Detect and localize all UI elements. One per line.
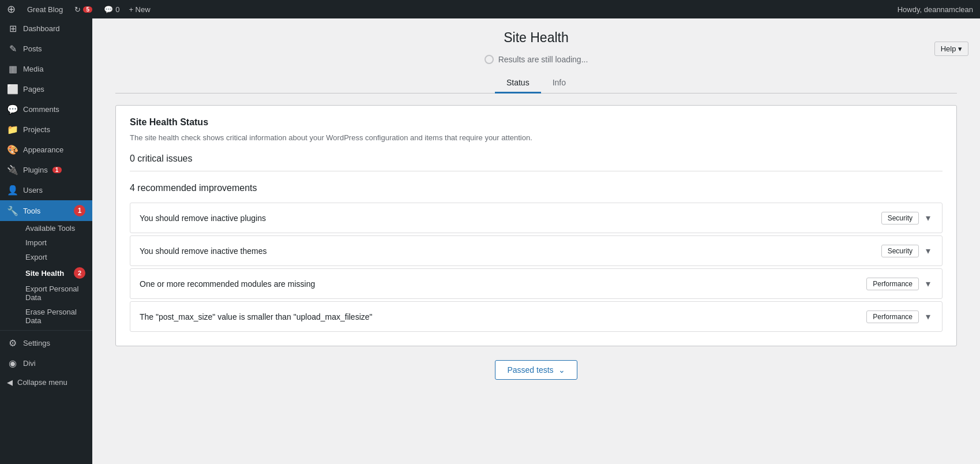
- admin-bar-updates[interactable]: ↻ 5: [72, 5, 95, 14]
- appearance-icon: 🎨: [7, 144, 18, 155]
- help-button[interactable]: Help ▾: [934, 42, 968, 56]
- improvement-right-2: Performance ▾: [866, 277, 933, 290]
- improvement-tag-1: Security: [881, 245, 919, 257]
- improvement-text-3: The "post_max_size" value is smaller tha…: [140, 312, 373, 321]
- sidebar-item-tools[interactable]: 🔧 Tools 1: [0, 200, 92, 221]
- health-card-title: Site Health Status: [130, 117, 943, 128]
- users-icon: 👤: [7, 185, 18, 196]
- improvement-tag-2: Performance: [866, 278, 919, 290]
- sidebar-item-pages[interactable]: ⬜ Pages: [0, 79, 92, 99]
- main-content: Site Health Results are still loading...…: [92, 18, 980, 391]
- loading-circle-icon: [485, 55, 494, 64]
- site-health-step-badge: 2: [74, 267, 85, 279]
- sidebar-item-plugins[interactable]: 🔌 Plugins 1: [0, 160, 92, 180]
- collapse-icon: ◀: [7, 378, 13, 387]
- admin-bar-comments[interactable]: 💬 0: [102, 5, 122, 14]
- updates-icon: ↻: [74, 5, 81, 14]
- sidebar-sub-available-tools[interactable]: Available Tools: [7, 221, 92, 235]
- tabs: Status Info: [115, 73, 957, 93]
- improvement-tag-0: Security: [881, 212, 919, 224]
- sidebar-sub-export[interactable]: Export: [7, 250, 92, 264]
- projects-icon: 📁: [7, 124, 18, 135]
- improvement-text-0: You should remove inactive plugins: [140, 214, 266, 223]
- tab-status[interactable]: Status: [495, 73, 541, 93]
- sidebar-sub-erase-personal[interactable]: Erase Personal Data: [7, 305, 92, 328]
- sidebar-item-settings[interactable]: ⚙ Settings: [0, 333, 92, 353]
- improvement-item-1: You should remove inactive themes Securi…: [130, 235, 943, 266]
- improvement-right-3: Performance ▾: [866, 310, 933, 323]
- improvement-chevron-2[interactable]: ▾: [923, 277, 933, 290]
- main-wrap: Help ▾ Site Health Results are still loa…: [92, 18, 980, 464]
- sidebar-item-divi[interactable]: ◉ Divi: [0, 353, 92, 373]
- loading-indicator: Results are still loading...: [115, 55, 957, 64]
- sidebar-item-appearance[interactable]: 🎨 Appearance: [0, 140, 92, 160]
- tools-submenu: Available Tools Import Export Site Healt…: [0, 221, 92, 328]
- media-icon: ▦: [7, 63, 18, 74]
- divi-icon: ◉: [7, 358, 18, 369]
- admin-bar-howdy[interactable]: Howdy, deannamclean: [895, 5, 975, 14]
- improvement-chevron-1[interactable]: ▾: [923, 244, 933, 257]
- improvements-heading: 4 recommended improvements: [130, 183, 943, 193]
- dashboard-icon: ⊞: [7, 23, 18, 34]
- tab-info[interactable]: Info: [541, 73, 577, 93]
- collapse-menu[interactable]: ◀ Collapse menu: [0, 373, 92, 391]
- improvement-item-0: You should remove inactive plugins Secur…: [130, 203, 943, 233]
- admin-bar-new[interactable]: + New: [129, 5, 150, 14]
- sidebar-item-users[interactable]: 👤 Users: [0, 180, 92, 200]
- plugins-icon: 🔌: [7, 164, 18, 175]
- sidebar: ⊞ Dashboard ✎ Posts ▦ Media ⬜ Pages 💬 Co…: [0, 18, 92, 464]
- posts-icon: ✎: [7, 43, 18, 54]
- sidebar-sub-import[interactable]: Import: [7, 235, 92, 250]
- sidebar-item-projects[interactable]: 📁 Projects: [0, 119, 92, 140]
- sidebar-sub-export-personal[interactable]: Export Personal Data: [7, 282, 92, 305]
- improvement-chevron-0[interactable]: ▾: [923, 211, 933, 224]
- improvement-text-1: You should remove inactive themes: [140, 246, 267, 256]
- tools-icon: 🔧: [7, 205, 18, 216]
- passed-tests-wrapper: Passed tests ⌄: [115, 360, 957, 380]
- sidebar-divider: [0, 330, 92, 331]
- tools-step-badge: 1: [74, 205, 85, 216]
- wp-layout: ⊞ Dashboard ✎ Posts ▦ Media ⬜ Pages 💬 Co…: [0, 18, 980, 464]
- sidebar-sub-site-health[interactable]: Site Health 2: [7, 264, 92, 282]
- improvement-item-2: One or more recommended modules are miss…: [130, 268, 943, 299]
- improvement-right-0: Security ▾: [881, 211, 933, 224]
- wp-logo-icon[interactable]: ⊕: [5, 3, 18, 16]
- sidebar-item-dashboard[interactable]: ⊞ Dashboard: [0, 18, 92, 39]
- passed-tests-chevron-icon: ⌄: [558, 365, 565, 375]
- comments-icon: 💬: [104, 5, 113, 14]
- critical-issues-count: 0 critical issues: [130, 154, 943, 171]
- improvement-right-1: Security ▾: [881, 244, 933, 257]
- admin-bar-site-name[interactable]: Great Blog: [25, 5, 65, 14]
- improvement-chevron-3[interactable]: ▾: [923, 310, 933, 323]
- pages-icon: ⬜: [7, 84, 18, 95]
- health-card: Site Health Status The site health check…: [115, 105, 957, 346]
- improvement-item-3: The "post_max_size" value is smaller tha…: [130, 301, 943, 332]
- comments-icon: 💬: [7, 104, 18, 115]
- passed-tests-button[interactable]: Passed tests ⌄: [495, 360, 577, 380]
- page-title: Site Health: [115, 30, 957, 46]
- settings-icon: ⚙: [7, 338, 18, 349]
- sidebar-item-posts[interactable]: ✎ Posts: [0, 39, 92, 59]
- admin-bar: ⊕ Great Blog ↻ 5 💬 0 + New Howdy, deanna…: [0, 0, 980, 18]
- health-card-desc: The site health check shows critical inf…: [130, 133, 943, 142]
- admin-bar-right: Howdy, deannamclean: [895, 5, 975, 14]
- sidebar-item-media[interactable]: ▦ Media: [0, 59, 92, 79]
- improvement-text-2: One or more recommended modules are miss…: [140, 279, 315, 289]
- sidebar-item-comments[interactable]: 💬 Comments: [0, 99, 92, 119]
- admin-bar-left: ⊕ Great Blog ↻ 5 💬 0 + New: [5, 3, 893, 16]
- improvement-tag-3: Performance: [866, 310, 919, 323]
